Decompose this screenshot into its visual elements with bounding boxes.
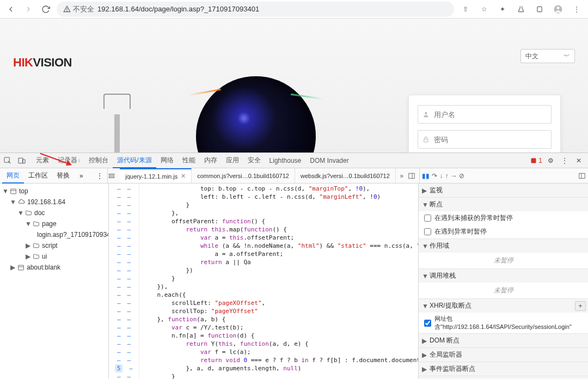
- tree-node[interactable]: login.asp?_1710917093401…: [0, 229, 108, 240]
- language-select[interactable]: 中文﹀: [520, 49, 575, 63]
- device-toggle-icon[interactable]: [17, 156, 29, 165]
- more-icon[interactable]: ⋮: [559, 157, 571, 164]
- file-nav-icon[interactable]: [108, 172, 120, 180]
- breakpoints-header[interactable]: ▼断点: [419, 198, 588, 211]
- collapse-icon[interactable]: [578, 172, 586, 180]
- sources-subtab-网页[interactable]: 网页: [2, 168, 24, 184]
- file-tab[interactable]: common.js?versi…0.1build160712: [192, 168, 295, 183]
- forward-button[interactable]: [22, 3, 35, 16]
- add-xhr-bp-button[interactable]: +: [575, 301, 586, 311]
- svg-rect-19: [19, 265, 24, 270]
- more-vert-icon[interactable]: ⋮: [92, 169, 107, 183]
- tree-node[interactable]: ▶about:blank: [0, 262, 108, 273]
- devtools-tab-Lighthouse[interactable]: Lighthouse: [265, 154, 306, 168]
- svg-rect-17: [11, 189, 16, 194]
- devtools-panel: 元素记录器 ⁝控制台源代码/来源网络性能内存应用安全LighthouseDOM …: [0, 152, 588, 379]
- bookmark-icon[interactable]: ☆: [477, 2, 491, 16]
- bp-uncaught[interactable]: 在遇到未捕获的异常时暂停: [419, 211, 588, 225]
- menu-icon[interactable]: ⋮: [569, 2, 584, 16]
- username-input[interactable]: [434, 111, 547, 119]
- svg-rect-8: [19, 158, 23, 163]
- svg-rect-10: [531, 158, 536, 163]
- svg-rect-13: [408, 173, 414, 178]
- flask-icon[interactable]: [514, 2, 528, 16]
- tree-node[interactable]: ▼page: [0, 218, 108, 229]
- svg-point-4: [557, 7, 560, 9]
- tree-node[interactable]: ▼top: [0, 186, 108, 197]
- toggle-sidebar-icon[interactable]: [408, 172, 420, 180]
- deactivate-breakpoints-icon[interactable]: ⊘: [459, 172, 464, 180]
- watch-header[interactable]: ▶监视: [419, 184, 588, 197]
- error-count[interactable]: 1: [530, 157, 542, 164]
- devtools-tab-应用[interactable]: 应用: [222, 152, 243, 168]
- tree-node[interactable]: ▶ui: [0, 251, 108, 262]
- csp-header[interactable]: ▶CSP 违规断点: [419, 376, 588, 379]
- callstack-not-paused: 未暂停: [419, 283, 588, 298]
- password-field[interactable]: [418, 130, 552, 149]
- svg-point-1: [67, 10, 68, 11]
- svg-rect-12: [109, 176, 114, 178]
- user-icon: [422, 111, 430, 118]
- share-icon[interactable]: ⇧: [458, 2, 473, 16]
- devtools-tab-安全[interactable]: 安全: [243, 152, 265, 168]
- tree-node[interactable]: ▶script: [0, 240, 108, 251]
- file-tree[interactable]: ▼top▼192.168.1.64▼doc▼pagelogin.asp?_171…: [0, 184, 109, 379]
- devtools-tab-网络[interactable]: 网络: [156, 152, 178, 168]
- decorative-tower: [93, 98, 142, 152]
- page-content: HIKVISION 中文﹀: [0, 19, 588, 152]
- download-icon[interactable]: [532, 2, 547, 16]
- profile-icon[interactable]: [551, 2, 565, 16]
- browser-toolbar: 不安全 192.168.1.64/doc/page/login.asp?_171…: [0, 0, 588, 19]
- devtools-tab-控制台[interactable]: 控制台: [84, 152, 113, 168]
- insecure-badge: 不安全: [63, 4, 94, 14]
- overflow-icon[interactable]: »: [75, 169, 88, 183]
- password-input[interactable]: [434, 136, 547, 144]
- svg-point-5: [425, 112, 427, 114]
- brand-logo: HIKVISION: [13, 56, 72, 70]
- file-tab[interactable]: jquery-1.12.1.min.js✕: [120, 168, 192, 183]
- source-code[interactable]: top: b.top - c.top - n.css(d, "marginTop…: [139, 184, 418, 379]
- decorative-lens: [196, 76, 316, 152]
- inspect-icon[interactable]: [3, 156, 15, 165]
- sources-subtab-工作区[interactable]: 工作区: [24, 168, 52, 184]
- file-tab[interactable]: websdk.js?versi…0.1build160712: [295, 168, 396, 183]
- bp-caught[interactable]: 在遇到异常时暂停: [419, 225, 588, 239]
- callstack-header[interactable]: ▼调用堆栈: [419, 269, 588, 283]
- debugger-sidebar: ▶监视 ▼断点 在遇到未捕获的异常时暂停 在遇到异常时暂停 ▼作用域 未暂停 ▼…: [418, 184, 588, 379]
- devtools-tab-DOM Invader[interactable]: DOM Invader: [305, 154, 353, 168]
- extensions-icon[interactable]: ✦: [495, 2, 510, 16]
- debugger-controls: ▮▮ ↷ ↓ ↑ → ⊘: [419, 168, 588, 183]
- step-over-icon[interactable]: ↷: [432, 172, 437, 180]
- settings-icon[interactable]: ⚙: [544, 157, 556, 164]
- sources-subbar: 网页工作区替换 » ⋮ jquery-1.12.1.min.js✕common.…: [0, 168, 588, 184]
- back-button[interactable]: [4, 3, 17, 16]
- address-bar[interactable]: 不安全 192.168.1.64/doc/page/login.asp?_171…: [57, 2, 454, 17]
- global-listeners-header[interactable]: ▶全局监听器: [419, 348, 588, 362]
- username-field[interactable]: [418, 105, 552, 124]
- step-into-icon[interactable]: ↓: [439, 172, 443, 180]
- sources-subtab-替换[interactable]: 替换: [52, 168, 74, 184]
- devtools-tab-内存[interactable]: 内存: [200, 152, 222, 168]
- devtools-tab-源代码/来源[interactable]: 源代码/来源: [113, 152, 156, 168]
- svg-rect-6: [424, 139, 428, 142]
- xhr-breakpoints-header[interactable]: ▼XHR/提取断点+: [419, 299, 588, 313]
- close-icon[interactable]: ✕: [181, 173, 186, 180]
- overflow-icon[interactable]: »: [396, 172, 408, 180]
- devtools-tabs: 元素记录器 ⁝控制台源代码/来源网络性能内存应用安全LighthouseDOM …: [0, 153, 588, 168]
- lock-icon: [422, 136, 430, 143]
- step-icon[interactable]: →: [450, 172, 457, 180]
- event-listeners-header[interactable]: ▶事件监听器断点: [419, 362, 588, 376]
- dom-bp-header[interactable]: ▶DOM 断点: [419, 334, 588, 347]
- close-icon[interactable]: ✕: [573, 157, 585, 164]
- gutter[interactable]: ––––––––––––––––––––––––––––––––––––––––…: [109, 184, 139, 379]
- step-out-icon[interactable]: ↑: [445, 172, 448, 180]
- tree-node[interactable]: ▼doc: [0, 207, 108, 218]
- reload-button[interactable]: [39, 3, 52, 16]
- scope-header[interactable]: ▼作用域: [419, 239, 588, 253]
- pause-icon[interactable]: ▮▮: [422, 172, 430, 180]
- chevron-down-icon: ﹀: [564, 52, 570, 61]
- devtools-tab-性能[interactable]: 性能: [178, 152, 200, 168]
- svg-rect-11: [109, 174, 114, 175]
- xhr-breakpoint-item[interactable]: 网址包含"http://192.168.1.64/ISAPI/Security/…: [419, 313, 588, 333]
- tree-node[interactable]: ▼192.168.1.64: [0, 197, 108, 207]
